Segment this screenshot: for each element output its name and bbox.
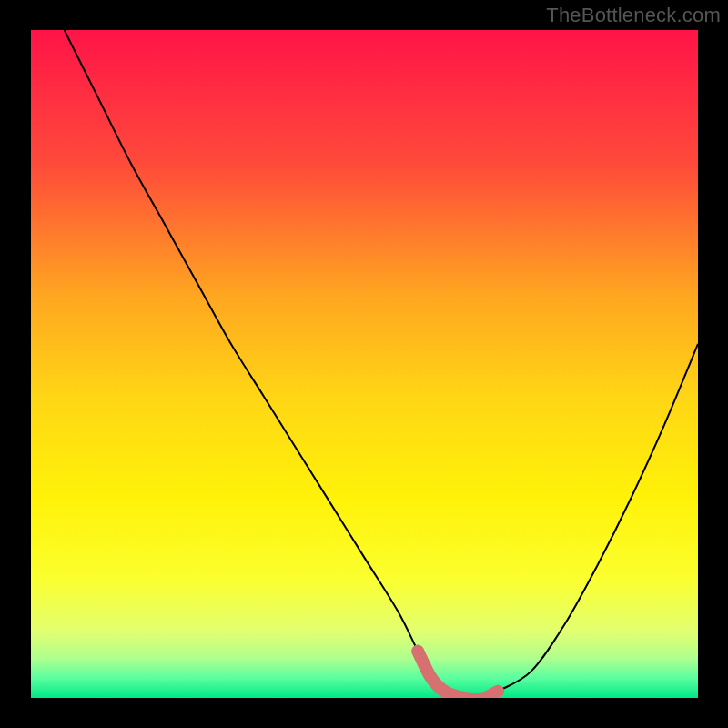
- watermark-text: TheBottleneck.com: [546, 4, 721, 27]
- gradient-background: [31, 30, 698, 698]
- bottleneck-chart: [0, 0, 728, 728]
- chart-frame: TheBottleneck.com: [0, 0, 728, 728]
